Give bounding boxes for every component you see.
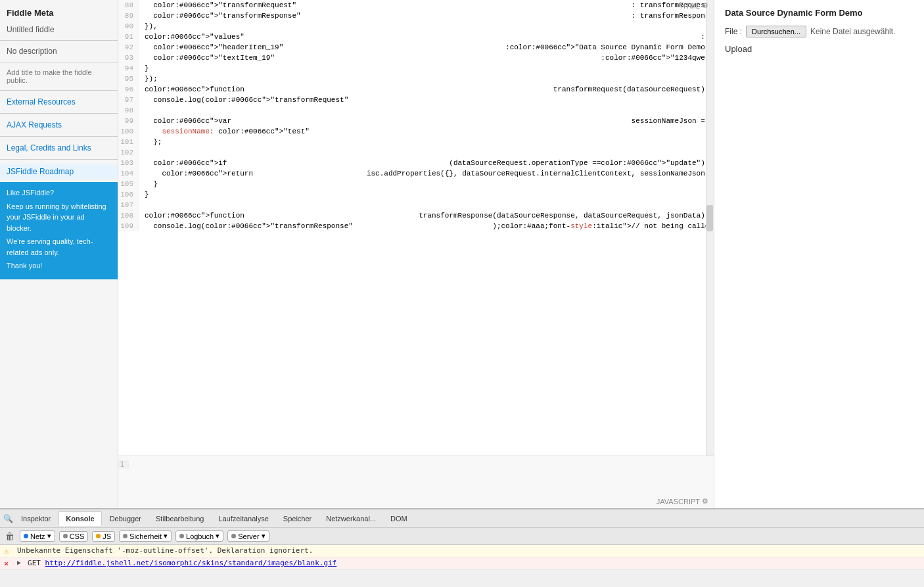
browse-button[interactable]: Durchsuchen...	[746, 26, 806, 37]
code-line-98: 98	[118, 105, 714, 116]
error-text: GET http://fiddle.jshell.net/isomorphic/…	[28, 559, 920, 567]
html-gear-icon[interactable]	[702, 1, 708, 10]
sidebar-ajax-requests[interactable]: AJAX Requests	[0, 118, 118, 132]
error-expand[interactable]: ▶	[17, 559, 21, 566]
warning-icon: ⚠	[4, 546, 13, 555]
js-panel: JAVASCRIPT 1	[118, 456, 714, 508]
code-line-93: 93 color:#0066cc">"textItem_19" : color:…	[118, 53, 714, 63]
devtools-tab-laufzeitanalyse[interactable]: Laufzeitanalyse	[212, 512, 275, 525]
devtools-tab-stilbearbeitung[interactable]: Stilbearbeitung	[149, 512, 210, 525]
ad-line2: We're serving quality, tech-related ads …	[7, 236, 111, 258]
console-messages: ⚠ Unbekannte Eigenschaft '-moz-outline-o…	[0, 545, 924, 587]
line-code: });	[139, 74, 714, 84]
line-code: }),	[139, 21, 714, 32]
warning-text: Unbekannte Eigenschaft '-moz-outline-off…	[17, 546, 920, 555]
line-code: color:#0066cc">if	[139, 158, 449, 168]
html-panel-header: HTML	[680, 1, 708, 10]
js-line-1: 1	[118, 458, 714, 471]
filter-sicherheit-chevron: ▾	[164, 532, 168, 540]
line-num: 93	[118, 53, 139, 63]
line-num: 102	[118, 147, 139, 158]
code-line-91: 91color:#0066cc">"values" : {	[118, 32, 714, 42]
sidebar-title: Fiddle Meta	[0, 5, 118, 23]
ad-thanks: Thank you!	[7, 260, 111, 271]
devtools-tab-inspektor[interactable]: Inspektor	[14, 512, 57, 525]
sidebar-divider-1	[0, 40, 118, 41]
code-line-107: 107	[118, 200, 714, 210]
code-line-95: 95});	[118, 74, 714, 84]
filter-sicherheit[interactable]: Sicherheit ▾	[119, 530, 172, 542]
code-line-100: 100 sessionName: color:#0066cc">"test",	[118, 126, 714, 137]
filter-server[interactable]: Server ▾	[227, 530, 269, 542]
ad-line1: Keep us running by whitelisting your JSF…	[7, 201, 111, 234]
code-line-89: 89 color:#0066cc">"transformResponse" : …	[118, 11, 714, 21]
line-num: 101	[118, 137, 139, 147]
code-line-97: 97 console.log(color:#0066cc">"transform…	[118, 95, 714, 105]
line-num: 99	[118, 116, 139, 126]
error-icon: ✕	[4, 559, 13, 568]
filter-css[interactable]: CSS	[59, 531, 89, 542]
filter-netz[interactable]: Netz ▾	[20, 530, 55, 542]
line-code: };	[139, 137, 714, 147]
filter-js-label: JS	[103, 532, 111, 540]
sidebar-divider-6	[0, 159, 118, 160]
html-scrollbar[interactable]	[706, 0, 714, 456]
code-line-102: 102	[118, 147, 714, 158]
file-label: File :	[725, 27, 742, 36]
code-line-94: 94}	[118, 63, 714, 74]
sidebar-roadmap-link[interactable]: JSFiddle Roadmap	[0, 164, 118, 179]
upload-link[interactable]: Upload	[725, 44, 752, 54]
sidebar-divider-3	[0, 90, 118, 91]
filter-js[interactable]: JS	[92, 531, 115, 542]
html-code-content[interactable]: 88 color:#0066cc">"transformRequest" : t…	[118, 0, 714, 456]
sidebar-add-title-note: Add title to make the fiddle public.	[0, 66, 118, 86]
line-num: 88	[118, 0, 139, 11]
filter-clear-button[interactable]: 🗑	[4, 531, 16, 542]
code-line-106: 106}	[118, 189, 714, 200]
devtools-tab-speicher[interactable]: Speicher	[277, 512, 318, 525]
js-gear-icon[interactable]	[702, 497, 708, 505]
devtools-tab-konsole[interactable]: Konsole	[58, 511, 101, 526]
line-code: color:#0066cc">"headerItem_19"	[139, 42, 505, 53]
devtools-tabs: 🔍 Inspektor Konsole Debugger Stilbearbei…	[0, 509, 924, 528]
line-num: 92	[118, 42, 139, 53]
file-row: File : Durchsuchen... Keine Datei ausgew…	[725, 26, 913, 37]
ad-title: Like JSFiddle?	[7, 187, 111, 199]
line-code: color:#0066cc">"values"	[139, 32, 701, 42]
line-num: 97	[118, 95, 139, 105]
editor-area: HTML 88 color:#0066cc">"transformRequest…	[118, 0, 714, 508]
line-num: 105	[118, 179, 139, 189]
devtools-tab-debugger[interactable]: Debugger	[103, 512, 148, 525]
html-scroll-thumb	[706, 205, 713, 231]
html-panel: HTML 88 color:#0066cc">"transformRequest…	[118, 0, 714, 456]
line-num: 90	[118, 21, 139, 32]
line-num: 89	[118, 11, 139, 21]
code-line-92: 92 color:#0066cc">"headerItem_19" : colo…	[118, 42, 714, 53]
sidebar-legal-credits[interactable]: Legal, Credits and Links	[0, 141, 118, 155]
filter-server-chevron: ▾	[262, 532, 266, 540]
filter-logbuch-chevron: ▾	[216, 532, 219, 540]
filter-css-dot	[63, 534, 68, 538]
filter-server-label: Server	[238, 532, 259, 540]
line-code: }	[139, 63, 714, 74]
devtools-tab-netzwerkanal[interactable]: Netzwerkanal...	[319, 512, 382, 525]
error-link[interactable]: http://fiddle.jshell.net/isomorphic/skin…	[45, 559, 337, 567]
line-num: 106	[118, 189, 139, 200]
filter-logbuch-label: Logbuch	[186, 532, 214, 540]
sidebar-external-resources[interactable]: External Resources	[0, 95, 118, 109]
filter-netz-dot	[24, 534, 28, 538]
filter-logbuch[interactable]: Logbuch ▾	[175, 530, 223, 542]
code-line-90: 90}),	[118, 21, 714, 32]
sidebar-ad-box: Like JSFiddle? Keep us running by whitel…	[0, 182, 118, 279]
line-code: }	[139, 189, 714, 200]
line-code: color:#0066cc">function	[139, 84, 553, 95]
code-line-109: 109 console.log(color:#0066cc">"transfor…	[118, 221, 714, 231]
sidebar-no-description: No description	[0, 45, 118, 58]
code-line-101: 101 };	[118, 137, 714, 147]
line-num: 108	[118, 210, 139, 221]
line-code: color:#0066cc">return	[139, 168, 367, 179]
devtools-tab-dom[interactable]: DOM	[384, 512, 414, 525]
code-line-103: 103 color:#0066cc">if (dataSourceRequest…	[118, 158, 714, 168]
devtools-inspect-icon[interactable]: 🔍	[3, 513, 13, 524]
line-num: 103	[118, 158, 139, 168]
